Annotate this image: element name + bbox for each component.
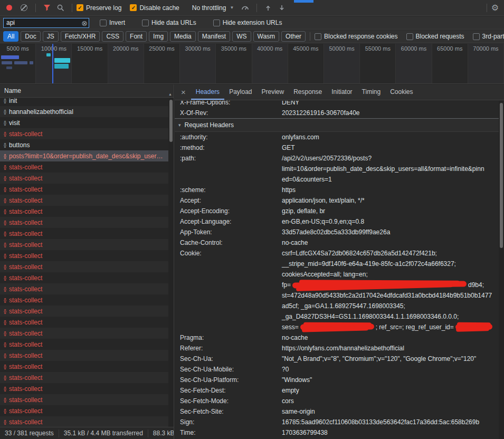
tab-response[interactable]: Response: [289, 84, 327, 100]
request-row[interactable]: {}stats-collect: [0, 372, 168, 383]
request-row[interactable]: {}stats-collect: [0, 361, 168, 372]
filter-input-box[interactable]: ⊗: [3, 18, 89, 28]
request-row[interactable]: {}stats-collect: [0, 206, 168, 217]
header-row: Sec-Ch-Ua-Mobile:?0: [175, 364, 499, 375]
request-row[interactable]: {}stats-collect: [0, 272, 168, 283]
settings-gear-icon[interactable]: ⚙: [491, 3, 499, 13]
network-conditions-icon[interactable]: [241, 4, 249, 11]
export-har-icon[interactable]: [278, 4, 286, 12]
throttling-dropdown[interactable]: No throttling ▼: [192, 4, 234, 12]
clear-filter-icon[interactable]: ⊗: [81, 19, 88, 27]
request-row[interactable]: {}stats-collect: [0, 261, 168, 272]
request-headers-section[interactable]: ▾ Request Headers: [175, 119, 499, 132]
request-row[interactable]: {}hannahelizabethofficial: [0, 106, 168, 117]
request-row[interactable]: {}init: [0, 98, 168, 106]
request-row[interactable]: {}stats-collect: [0, 339, 168, 350]
header-value-line: same-origin: [282, 406, 315, 417]
value-text: d9b4;: [468, 281, 484, 289]
network-overview[interactable]: 5000 ms10000 ms15000 ms20000 ms25000 ms3…: [0, 44, 504, 84]
preserve-log-checkbox[interactable]: Preserve log: [77, 4, 121, 12]
scrollbar-thumb[interactable]: [169, 100, 173, 142]
request-row[interactable]: {}stats-collect: [0, 405, 168, 416]
filter-input[interactable]: [4, 19, 89, 26]
disable-cache-checkbox[interactable]: Disable cache: [130, 4, 179, 12]
tab-preview[interactable]: Preview: [257, 84, 289, 100]
filter-checkbox-3rd-party-requests[interactable]: 3rd-party requests: [473, 33, 504, 40]
type-filter-css[interactable]: CSS: [102, 31, 123, 42]
close-icon[interactable]: ×: [175, 88, 191, 97]
header-value-line: GET: [282, 142, 295, 153]
request-row[interactable]: {}stats-collect: [0, 217, 168, 228]
scrollbar-thumb[interactable]: [500, 103, 503, 248]
type-filter-bar: AllDocJSFetch/XHRCSSFontImgMediaManifest…: [0, 30, 504, 43]
throttling-value: No throttling: [192, 4, 226, 12]
type-filter-img[interactable]: Img: [149, 31, 168, 42]
request-name: stats-collect: [9, 274, 42, 282]
checkbox-unchecked[interactable]: [142, 20, 149, 26]
details-scrollbar[interactable]: [499, 101, 504, 439]
type-filter-manifest[interactable]: Manifest: [198, 31, 230, 42]
disclosure-triangle-icon[interactable]: ▾: [178, 122, 181, 128]
clear-requests-icon[interactable]: [21, 4, 27, 11]
checkbox-unchecked[interactable]: [213, 20, 220, 26]
request-row[interactable]: {}visit: [0, 117, 168, 128]
scroll-up-icon[interactable]: ▲: [168, 92, 172, 96]
request-list-scrollbar[interactable]: [168, 98, 174, 427]
name-column-header[interactable]: Name ▲: [0, 84, 174, 98]
request-row[interactable]: {}stats-collect: [0, 328, 168, 339]
invert-checkbox[interactable]: Invert: [100, 19, 125, 26]
request-row[interactable]: {}stats-collect: [0, 416, 168, 427]
checkbox-checked[interactable]: [77, 4, 83, 11]
filter-funnel-icon[interactable]: [43, 4, 51, 11]
request-row[interactable]: {}stats-collect: [0, 228, 168, 239]
request-row[interactable]: {}stats-collect: [0, 250, 168, 261]
type-filter-wasm[interactable]: Wasm: [253, 31, 280, 42]
type-filter-all[interactable]: All: [3, 31, 18, 42]
request-row[interactable]: {}stats-collect: [0, 294, 168, 306]
filter-checkbox-blocked-requests[interactable]: Blocked requests: [406, 33, 464, 40]
checkbox-unchecked[interactable]: [315, 33, 321, 40]
clipped-header-row: X-Frame-Options: DENY: [175, 101, 499, 108]
tab-timing[interactable]: Timing: [357, 84, 386, 100]
tab-headers[interactable]: Headers: [191, 84, 224, 100]
request-row[interactable]: {}stats-collect: [0, 350, 168, 361]
record-button[interactable]: [6, 5, 12, 11]
request-row[interactable]: {}posts?limit=10&order=publish_date_desc…: [0, 150, 168, 161]
type-filter-fetch-xhr[interactable]: Fetch/XHR: [61, 31, 100, 42]
request-row[interactable]: {}stats-collect: [0, 383, 168, 394]
type-filter-other[interactable]: Other: [281, 31, 306, 42]
header-row: :method:GET: [175, 142, 499, 153]
type-filter-doc[interactable]: Doc: [21, 31, 40, 42]
filter-checkbox-blocked-response-cookies[interactable]: Blocked response cookies: [315, 33, 397, 40]
search-icon[interactable]: [57, 4, 64, 12]
import-har-icon[interactable]: [264, 4, 272, 12]
tab-cookies[interactable]: Cookies: [385, 84, 417, 100]
request-name: buttons: [9, 141, 30, 149]
header-row: :authority:onlyfans.com: [175, 132, 499, 142]
type-filter-js[interactable]: JS: [43, 31, 59, 42]
request-row[interactable]: {}stats-collect: [0, 195, 168, 206]
request-row[interactable]: {}stats-collect: [0, 317, 168, 328]
request-row[interactable]: {}stats-collect: [0, 128, 168, 139]
header-value-line: "Windows": [282, 375, 312, 385]
tab-initiator[interactable]: Initiator: [327, 84, 357, 100]
type-filter-font[interactable]: Font: [126, 31, 147, 42]
checkbox-checked[interactable]: [130, 4, 137, 11]
request-row[interactable]: {}stats-collect: [0, 283, 168, 294]
request-row[interactable]: {}stats-collect: [0, 394, 168, 405]
type-filter-media[interactable]: Media: [170, 31, 196, 42]
request-row[interactable]: {}stats-collect: [0, 173, 168, 184]
hide-data-urls-checkbox[interactable]: Hide data URLs: [142, 19, 196, 26]
request-row[interactable]: {}stats-collect: [0, 306, 168, 317]
tab-payload[interactable]: Payload: [224, 84, 256, 100]
checkbox-unchecked[interactable]: [473, 33, 480, 40]
request-row[interactable]: {}buttons: [0, 139, 168, 150]
hide-extension-urls-checkbox[interactable]: Hide extension URLs: [213, 19, 282, 26]
checkbox-unchecked[interactable]: [406, 33, 413, 40]
request-row[interactable]: {}stats-collect: [0, 161, 168, 173]
header-row: Cache-Control:no-cache: [175, 237, 499, 248]
type-filter-ws[interactable]: WS: [232, 31, 251, 42]
checkbox-unchecked[interactable]: [100, 20, 107, 26]
request-row[interactable]: {}stats-collect: [0, 239, 168, 250]
request-row[interactable]: {}stats-collect: [0, 184, 168, 195]
